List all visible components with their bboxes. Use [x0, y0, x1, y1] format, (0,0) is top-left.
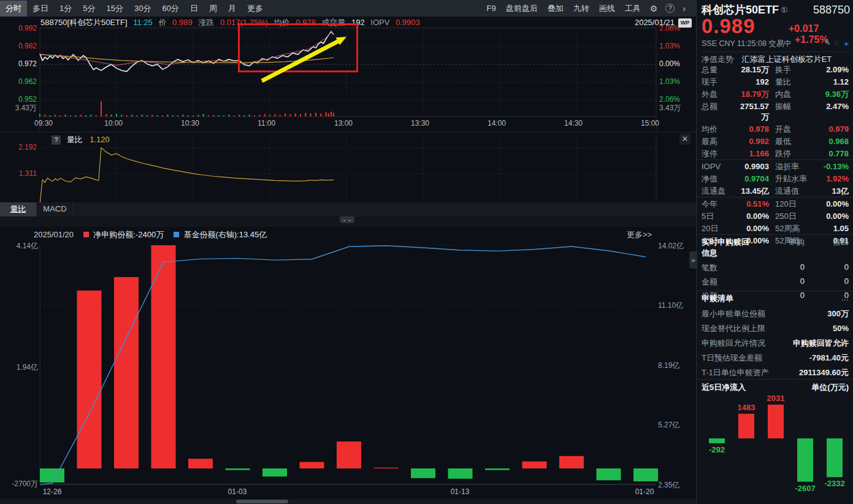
- toolbar-tab-2[interactable]: 1分: [54, 1, 77, 17]
- toolbar-tab-0[interactable]: 分时: [0, 1, 27, 17]
- net-inflow-value: -292: [709, 445, 725, 454]
- stat-label: 现手: [702, 77, 740, 87]
- stat-label: 跌停: [775, 148, 819, 159]
- toolbar-right: F9盘前盘后叠加九转画线工具⚙?›: [482, 1, 696, 17]
- stat-label: 最低: [775, 136, 819, 147]
- stat-value: 0.00%: [819, 199, 849, 209]
- toolbar-tab-6[interactable]: 60分: [156, 1, 184, 17]
- indicator-tab-MACD[interactable]: MACD: [37, 202, 74, 216]
- market-status: SSE CNY 11:25:08 交易中: [702, 39, 792, 48]
- net-inflow-section: 近5日净流入 单位(万元): [697, 379, 853, 393]
- list-value: 2911349.60元: [799, 367, 849, 378]
- toolbar-item-5[interactable]: 工具: [620, 1, 646, 17]
- security-code: 588750: [813, 4, 850, 17]
- legend-net-subscription: 净申购份额:-2400万: [93, 230, 164, 239]
- horizontal-scrollbar[interactable]: [0, 499, 696, 504]
- realtime-subscribe-value: 0: [751, 262, 805, 273]
- price-axis-label: 0.952: [9, 95, 37, 104]
- toolbar-tab-5[interactable]: 30分: [129, 1, 156, 17]
- stat-value: 0.51%: [740, 199, 769, 209]
- help-icon[interactable]: ?: [665, 4, 675, 13]
- fundflow-right-label: 2.35亿: [658, 480, 694, 491]
- gear-icon[interactable]: ⚙: [646, 2, 662, 15]
- chevron-right-icon[interactable]: ›: [678, 2, 690, 15]
- wp-badge[interactable]: WP: [678, 18, 692, 28]
- percent-axis-label: 1.03%: [659, 77, 691, 86]
- sidepanel-expander[interactable]: »: [689, 251, 697, 269]
- toolbar-tab-4[interactable]: 15分: [101, 1, 128, 17]
- stat-row-6: 涨停1.166跌停0.778: [697, 147, 853, 159]
- scrollbar-thumb[interactable]: [236, 500, 288, 503]
- stat-value: 0.9903: [740, 161, 769, 172]
- time-axis-label: 14:30: [564, 119, 591, 128]
- stat-value: 2751.57万: [740, 101, 769, 122]
- percent-axis-label: 2.06%: [659, 95, 691, 104]
- toolbar-tab-7[interactable]: 日: [185, 1, 204, 17]
- net-inflow-value: 1483: [738, 403, 755, 412]
- stat-value: 1.92%: [819, 174, 849, 184]
- help-icon[interactable]: ?: [52, 136, 61, 145]
- col-subscribe: 申购: [751, 237, 805, 259]
- list-row-1: 现金替代比例上限50%: [697, 321, 853, 335]
- toolbar-tab-1[interactable]: 多日: [27, 1, 54, 17]
- stat-row-4: 均价0.978开盘0.979: [697, 123, 853, 135]
- realtime-label: 金额: [702, 277, 751, 288]
- nav-trend-link[interactable]: 净值走势: [702, 55, 733, 64]
- stat-label: 今年: [702, 199, 740, 209]
- stat-row-1: 现手192量比1.12: [697, 75, 853, 88]
- list-more[interactable]: …: [841, 293, 849, 304]
- price-axis-label: 0.982: [9, 42, 37, 50]
- stat-label: 最高: [702, 136, 740, 147]
- toolbar-tab-9[interactable]: 月: [223, 1, 242, 17]
- stat-value: 1.05: [819, 223, 849, 234]
- toolbar-item-3[interactable]: 九转: [568, 1, 594, 17]
- stat-row-0: 总量28.15万换手2.09%: [697, 63, 853, 75]
- change-abs: +0.017: [789, 23, 819, 34]
- info-icon[interactable]: ①: [781, 6, 813, 15]
- realtime-redeem-value: 0: [805, 262, 849, 273]
- stat-label: 总额: [702, 101, 740, 122]
- stat-label: 升贴水率: [775, 174, 819, 184]
- col-redeem: 赎回: [805, 237, 849, 259]
- quote-stats: 总量28.15万换手2.09%现手192量比1.12外盘18.79万内盘9.36…: [697, 63, 853, 246]
- indicator-tab-量比[interactable]: 量比: [0, 202, 37, 216]
- net-inflow-value: -2332: [824, 479, 844, 488]
- alert-icon[interactable]: ◌: [835, 39, 839, 47]
- toolbar-tab-10[interactable]: 更多: [242, 1, 269, 17]
- close-icon[interactable]: ✕: [679, 134, 690, 145]
- toolbar-item-0[interactable]: F9: [482, 1, 501, 15]
- toolbar-item-2[interactable]: 叠加: [543, 1, 568, 17]
- stat-label: 溢折率: [775, 161, 819, 172]
- net-inflow-chart[interactable]: -29214832031-2607-2332: [697, 395, 853, 500]
- stat-row-3: 总额2751.57万振幅2.47%: [697, 100, 853, 123]
- list-value: 50%: [833, 323, 849, 334]
- list-row-2: 申购赎回允许情况申购赎回皆允许: [697, 335, 853, 350]
- toolbar-tab-8[interactable]: 周: [204, 1, 223, 17]
- percent-axis-label: 0.00%: [659, 59, 691, 68]
- stat-value: 2.47%: [819, 101, 849, 122]
- pencil-icon[interactable]: ✎: [825, 39, 831, 47]
- stat-value: 0.778: [819, 148, 849, 159]
- list-row-4: T-1日单位申赎资产2911349.60元: [697, 365, 853, 380]
- more-link[interactable]: 更多>>: [627, 229, 652, 240]
- stat-row-10: 今年0.51%120日0.00%: [697, 197, 853, 210]
- iopv-value: 0.9903: [396, 18, 420, 27]
- stat-row-9: 流通盘13.45亿流通值13亿: [697, 185, 853, 197]
- stat-label: 52周高: [775, 223, 819, 234]
- stat-label: 振幅: [775, 101, 819, 122]
- list-value: -7981.40元: [809, 353, 849, 363]
- legend-square-blue: [174, 232, 179, 237]
- legend-fund-shares: 基金份额(右轴):13.45亿: [183, 230, 267, 239]
- fundflow-date: 2025/01/20: [34, 230, 74, 239]
- toolbar-item-1[interactable]: 盘前盘后: [501, 1, 543, 17]
- app-window: 分时多日1分5分15分30分60分日周月更多 F9盘前盘后叠加九转画线工具⚙?›…: [0, 0, 853, 504]
- stat-value: 0.00%: [740, 211, 769, 221]
- add-icon[interactable]: ＋: [843, 39, 850, 49]
- fundflow-chart[interactable]: [0, 227, 696, 499]
- time-axis-label: 13:00: [334, 119, 361, 128]
- list-value: 申购赎回皆允许: [793, 338, 849, 348]
- collapse-handle[interactable]: ⌄⌄: [340, 216, 354, 223]
- toolbar-tab-3[interactable]: 5分: [77, 1, 101, 17]
- annotation-box: [238, 23, 358, 72]
- toolbar-item-4[interactable]: 画线: [594, 1, 620, 17]
